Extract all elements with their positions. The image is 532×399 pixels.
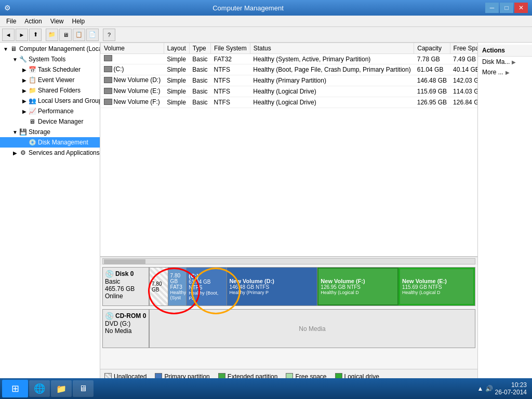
partition-0-4[interactable]: New Volume (F:)126.95 GB NTFSHealthy (Lo…	[317, 268, 398, 305]
sidebar-icon-2: 📅	[28, 65, 36, 74]
action-arrow-1: ▶	[506, 70, 510, 75]
taskbar-ie[interactable]: 🌐	[29, 380, 50, 397]
sidebar-label-3: Event Viewer	[38, 76, 74, 84]
partition-0-2[interactable]: (C:)61.04 GB NTFSHealthy (Boot, Pa	[187, 268, 227, 305]
sidebar-item-2[interactable]: ▶ 📅 Task Scheduler	[0, 64, 100, 75]
cell-capacity: 7.78 GB	[414, 54, 450, 64]
sidebar-label-0: Computer Management (Local	[19, 45, 100, 52]
cell-layout: Simple	[164, 64, 189, 75]
sidebar-label-5: Local Users and Groups	[38, 97, 100, 104]
cell-capacity: 126.95 GB	[414, 97, 450, 108]
sidebar-item-6[interactable]: ▶ 📈 Performance	[0, 106, 100, 116]
toolbar-up[interactable]: ⬆	[29, 29, 42, 41]
expand-icon-6: ▶	[21, 109, 28, 114]
col-volume[interactable]: Volume	[101, 43, 164, 54]
sidebar-item-9[interactable]: 💿 Disk Management	[0, 137, 100, 148]
partition-0-0[interactable]: 7.80 GB	[150, 268, 168, 305]
sidebar-item-4[interactable]: ▶ 📁 Shared Folders	[0, 85, 100, 96]
table-row[interactable]: Simple Basic FAT32 Healthy (System, Acti…	[101, 54, 478, 64]
cell-capacity: 146.48 GB	[414, 75, 450, 86]
sidebar-icon-1: 🔧	[19, 55, 27, 63]
taskbar-tray: ▲ 🔊 10:23 26-07-2014	[477, 381, 530, 396]
volume-table: Volume Layout Type File System Status Ca…	[100, 43, 477, 108]
table-row[interactable]: New Volume (F:) Simple Basic NTFS Health…	[101, 97, 478, 108]
cell-type: Basic	[189, 75, 210, 86]
disk-map-area: 💿Disk 0Basic465.76 GBOnline7.80 GB7.80 G…	[100, 265, 477, 369]
menu-view[interactable]: View	[46, 17, 68, 26]
sidebar-icon-4: 📁	[28, 86, 36, 95]
clock-date: 26-07-2014	[495, 389, 527, 396]
sidebar-icon-0: 🖥	[9, 45, 18, 53]
toolbar-properties[interactable]: 📄	[86, 29, 99, 41]
clock-time: 10:23	[495, 381, 527, 389]
sidebar-item-5[interactable]: ▶ 👥 Local Users and Groups	[0, 96, 100, 106]
sidebar-item-3[interactable]: ▶ 📋 Event Viewer	[0, 75, 100, 85]
toolbar-forward[interactable]: ►	[16, 29, 28, 41]
sidebar-icon-6: 📈	[28, 107, 36, 115]
sidebar-item-1[interactable]: ▼ 🔧 System Tools	[0, 54, 100, 64]
cell-type: Basic	[189, 54, 210, 64]
sidebar-label-8: Storage	[29, 128, 50, 136]
cell-free: 142.03 GB	[450, 75, 477, 86]
cell-layout: Simple	[164, 75, 189, 86]
sidebar-item-8[interactable]: ▼ 💾 Storage	[0, 127, 100, 137]
table-row[interactable]: New Volume (E:) Simple Basic NTFS Health…	[101, 86, 478, 97]
expand-icon-0: ▼	[2, 46, 9, 52]
sidebar-label-6: Performance	[38, 108, 74, 115]
cell-fs: NTFS	[211, 64, 250, 75]
sidebar-item-0[interactable]: ▼ 🖥 Computer Management (Local	[0, 44, 100, 54]
col-capacity[interactable]: Capacity	[414, 43, 450, 54]
menu-file[interactable]: File	[2, 17, 20, 26]
expand-icon-3: ▶	[21, 77, 28, 83]
maximize-button[interactable]: □	[500, 3, 513, 13]
minimize-button[interactable]: ─	[485, 3, 499, 13]
close-button[interactable]: ✕	[514, 3, 528, 13]
cell-free: 7.49 GB	[450, 54, 477, 64]
menu-action[interactable]: Action	[20, 17, 46, 26]
action-item-0[interactable]: Disk Ma...▶	[478, 57, 532, 67]
expand-icon-2: ▶	[21, 67, 28, 73]
cell-fs: NTFS	[211, 75, 250, 86]
taskbar-network[interactable]: 🖥	[73, 380, 94, 397]
cell-free: 114.03 GB	[450, 86, 477, 97]
start-button[interactable]: ⊞	[2, 380, 28, 397]
toolbar-copy[interactable]: 📋	[73, 29, 85, 41]
toolbar-help[interactable]: ?	[103, 29, 115, 41]
taskbar-explorer[interactable]: 📁	[51, 380, 72, 397]
col-free[interactable]: Free Space	[450, 43, 477, 54]
taskbar-clock: 10:23 26-07-2014	[495, 381, 527, 396]
cell-volume: New Volume (F:)	[101, 97, 164, 108]
table-row[interactable]: (C:) Simple Basic NTFS Healthy (Boot, Pa…	[101, 64, 478, 75]
disk-partitions-0: 7.80 GB7.80 GB FAT3Healthy (Syst(C:)61.0…	[149, 267, 475, 306]
toolbar-folder[interactable]: 📁	[46, 29, 58, 41]
horizontal-scrollbar[interactable]	[100, 257, 477, 265]
partition-0-3[interactable]: New Volume (D:)146.48 GB NTFSHealthy (Pr…	[227, 268, 317, 305]
sidebar-item-10[interactable]: ▶ ⚙ Services and Applications	[0, 148, 100, 158]
sidebar-icon-8: 💾	[19, 128, 27, 136]
cell-status: Healthy (Logical Drive)	[250, 86, 414, 97]
disk-partitions-1: No Media	[149, 309, 475, 348]
menubar: File Action View Help	[0, 16, 532, 27]
expand-icon-5: ▶	[21, 98, 28, 104]
col-type[interactable]: Type	[189, 43, 210, 54]
cell-layout: Simple	[164, 97, 189, 108]
toolbar-computer[interactable]: 🖥	[59, 29, 72, 41]
sidebar-item-7[interactable]: 🖥 Device Manager	[0, 116, 100, 127]
col-fs[interactable]: File System	[211, 43, 250, 54]
sidebar-label-9: Disk Management	[38, 139, 88, 146]
cell-fs: NTFS	[211, 86, 250, 97]
cell-type: Basic	[189, 64, 210, 75]
partition-0-1[interactable]: 7.80 GB FAT3Healthy (Syst	[168, 268, 187, 305]
menu-help[interactable]: Help	[68, 17, 89, 26]
toolbar-back[interactable]: ◄	[2, 29, 15, 41]
action-item-1[interactable]: More ...▶	[478, 67, 532, 77]
toolbar: ◄ ► ⬆ 📁 🖥 📋 📄 ?	[0, 27, 532, 43]
partition-0-5[interactable]: New Volume (E:)115.69 GB NTFSHealthy (Lo…	[398, 268, 475, 305]
disk-info-0: 💿Disk 0Basic465.76 GBOnline	[102, 267, 149, 306]
cell-fs: FAT32	[211, 54, 250, 64]
table-row[interactable]: New Volume (D:) Simple Basic NTFS Health…	[101, 75, 478, 86]
col-layout[interactable]: Layout	[164, 43, 189, 54]
col-status[interactable]: Status	[250, 43, 414, 54]
expand-icon-10: ▶	[11, 150, 19, 156]
no-media: No Media	[150, 310, 475, 348]
